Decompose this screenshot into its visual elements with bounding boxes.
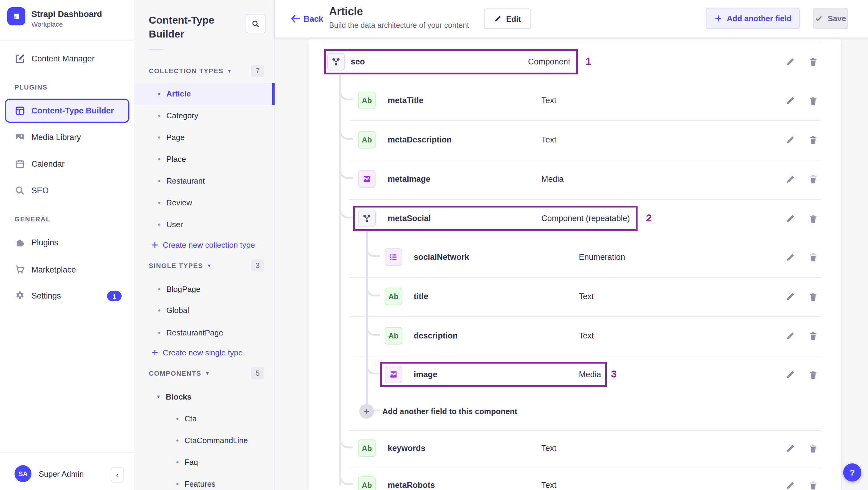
delete-field-button[interactable] (807, 134, 819, 146)
search-icon (252, 20, 259, 28)
sidebar-item-settings[interactable]: Settings 1 (0, 285, 134, 307)
sidebar-item-content-type-builder[interactable]: Content-Type Builder (5, 99, 129, 123)
subnav-item-category[interactable]: • Category (134, 105, 275, 126)
create-single-type-button[interactable]: Create new single type (134, 343, 275, 362)
sidebar-item-marketplace[interactable]: Marketplace (0, 259, 134, 281)
content-manager-icon (14, 53, 25, 64)
sidebar-item-label: Calendar (31, 159, 65, 169)
sidebar-item-media-library[interactable]: Media Library (0, 126, 134, 148)
subnav-item-review[interactable]: • Review (134, 192, 275, 214)
sidebar-item-plugins[interactable]: Plugins (0, 232, 134, 253)
back-button[interactable]: Back (290, 14, 323, 24)
subnav-item-page[interactable]: • Page (134, 126, 275, 148)
single-types-count: 3 (251, 259, 264, 272)
delete-field-button[interactable] (807, 94, 819, 106)
annotation-number-2: 2 (646, 212, 652, 224)
ctb-subnav: Content-Type Builder COLLECTION TYPES ▼ … (134, 0, 275, 490)
search-button[interactable] (246, 14, 266, 33)
help-button[interactable]: ? (843, 463, 861, 482)
delete-field-button[interactable] (807, 56, 819, 68)
field-row-image: image Media (309, 355, 841, 394)
field-row-metasocial: metaSocial Component (repeatable) (309, 199, 841, 238)
components-header[interactable]: COMPONENTS ▼ (149, 367, 210, 379)
edit-field-button[interactable] (784, 368, 796, 380)
delete-field-button[interactable] (807, 442, 819, 454)
avatar[interactable]: SA (14, 465, 31, 482)
edit-field-button[interactable] (784, 173, 796, 185)
plus-icon (714, 14, 722, 22)
media-icon (385, 366, 402, 383)
sidebar-item-label: Media Library (31, 133, 81, 142)
field-row-seo: seo Component (309, 42, 841, 81)
media-library-icon (14, 132, 25, 143)
collapse-sidebar-button[interactable]: ‹ (111, 467, 124, 483)
edit-button[interactable]: Edit (484, 8, 531, 29)
delete-field-button[interactable] (807, 212, 819, 224)
strapi-logo-icon[interactable] (7, 7, 25, 25)
cart-icon (14, 264, 25, 275)
chevron-down-icon: ▼ (205, 370, 210, 376)
bullet-icon: • (176, 436, 179, 445)
edit-field-button[interactable] (784, 442, 796, 454)
enumeration-icon (385, 248, 402, 266)
add-field-to-component-button[interactable]: + Add another field to this component (309, 392, 841, 431)
sidebar-item-seo[interactable]: SEO (0, 180, 134, 202)
save-button[interactable]: Save (813, 8, 848, 29)
sidebar-divider (0, 40, 134, 41)
field-row-metarobots: Ab metaRobots Text (309, 466, 841, 490)
plus-icon (151, 349, 158, 356)
pencil-icon (494, 15, 501, 22)
fields-table: seo Component Ab metaTitle Text Ab metaD… (309, 39, 841, 490)
bullet-icon: • (158, 89, 161, 98)
text-icon: Ab (358, 477, 376, 490)
sidebar-item-label: Plugins (31, 238, 58, 247)
bullet-icon: • (158, 176, 161, 185)
subnav-item-global[interactable]: • Global (134, 300, 275, 321)
delete-field-button[interactable] (807, 330, 819, 342)
create-collection-type-button[interactable]: Create new collection type (134, 235, 275, 255)
delete-field-button[interactable] (807, 368, 819, 380)
sidebar-item-label: SEO (31, 186, 49, 195)
edit-field-button[interactable] (784, 330, 796, 342)
subnav-item-place[interactable]: • Place (134, 148, 275, 170)
components-group-blocks[interactable]: ▼ Blocks (134, 387, 275, 407)
subnav-item-blogpage[interactable]: • BlogPage (134, 278, 275, 300)
subnav-item-features[interactable]: • Features (134, 473, 275, 490)
subnav-item-faq[interactable]: • Faq (134, 451, 275, 473)
edit-field-button[interactable] (784, 290, 796, 303)
field-row-keywords: Ab keywords Text (309, 429, 841, 468)
plus-icon (151, 241, 158, 249)
edit-field-button[interactable] (784, 212, 796, 224)
calendar-icon (14, 158, 25, 170)
sidebar-footer-divider (0, 453, 134, 453)
user-name: Super Admin (39, 469, 84, 479)
bullet-icon: • (158, 133, 161, 142)
text-icon: Ab (358, 131, 376, 149)
bullet-icon: • (158, 306, 161, 315)
subnav-item-cta[interactable]: • Cta (134, 408, 275, 429)
edit-field-button[interactable] (784, 479, 796, 490)
subnav-item-user[interactable]: • User (134, 214, 275, 235)
edit-field-button[interactable] (784, 56, 796, 68)
subnav-item-ctacommandline[interactable]: • CtaCommandLine (134, 429, 275, 451)
edit-field-button[interactable] (784, 134, 796, 146)
components-count: 5 (251, 367, 264, 379)
single-types-header[interactable]: SINGLE TYPES ▼ (149, 259, 211, 272)
subnav-item-restaurantpage[interactable]: • RestaurantPage (134, 322, 275, 344)
subnav-item-article[interactable]: • Article (134, 83, 275, 105)
delete-field-button[interactable] (807, 479, 819, 490)
annotation-number-1: 1 (586, 56, 591, 68)
text-icon: Ab (385, 288, 402, 305)
field-row-description: Ab description Text (309, 316, 841, 355)
add-another-field-button[interactable]: Add another field (706, 8, 800, 29)
bullet-icon: • (158, 328, 161, 337)
subnav-item-restaurant[interactable]: • Restaurant (134, 170, 275, 192)
collection-types-header[interactable]: COLLECTION TYPES ▼ (149, 65, 232, 77)
sidebar-item-content-manager[interactable]: Content Manager (0, 48, 134, 69)
edit-field-button[interactable] (784, 94, 796, 106)
sidebar-item-calendar[interactable]: Calendar (0, 153, 134, 175)
delete-field-button[interactable] (807, 173, 819, 185)
delete-field-button[interactable] (807, 251, 819, 263)
delete-field-button[interactable] (807, 290, 819, 303)
edit-field-button[interactable] (784, 251, 796, 263)
